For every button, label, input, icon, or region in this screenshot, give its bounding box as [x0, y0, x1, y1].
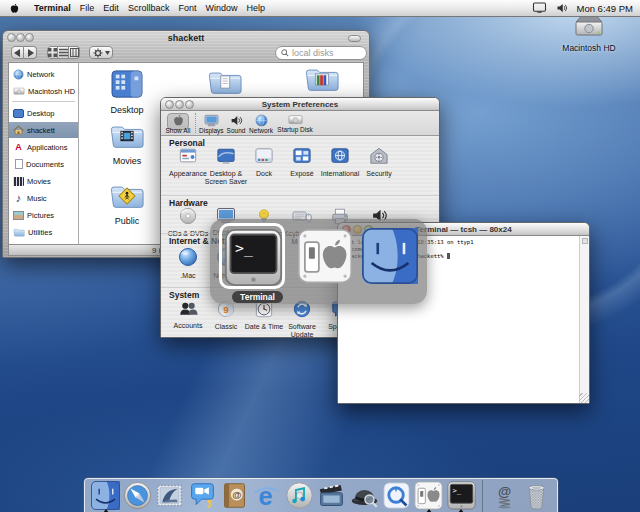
terminal-cursor	[447, 253, 451, 259]
sysprefs-titlebar[interactable]: System Preferences	[161, 98, 439, 111]
dock-ichat[interactable]	[186, 480, 218, 512]
menu-help[interactable]: Help	[246, 3, 265, 13]
cd-icon	[178, 207, 198, 225]
dock-quicktime[interactable]	[380, 480, 412, 512]
search-icon	[281, 49, 289, 57]
dock-internet-explorer[interactable]: e	[251, 480, 283, 512]
sysprefs-toolbar: Show All Displays Sound Network Startup …	[161, 111, 439, 136]
home-icon	[13, 125, 24, 135]
dock-separator	[482, 480, 483, 512]
column-view-button[interactable]	[69, 46, 80, 59]
menu-app-name[interactable]: Terminal	[34, 3, 71, 13]
system-preferences-app-icon[interactable]	[297, 228, 353, 284]
pref-security[interactable]: Security	[357, 147, 401, 178]
menu-clock[interactable]: Mon 6:49 PM	[577, 3, 634, 14]
sysprefs-window-title: System Preferences	[161, 100, 439, 109]
svg-text:@: @	[232, 489, 241, 500]
finder-app-icon[interactable]	[362, 228, 418, 284]
gear-icon	[93, 48, 103, 58]
terminal-resize-grip[interactable]	[579, 393, 589, 403]
file-documents[interactable]	[190, 69, 260, 100]
toolbar-divider	[195, 113, 196, 133]
search-field[interactable]: local disks	[275, 46, 367, 60]
toolbar-sound[interactable]: Sound	[225, 114, 247, 134]
back-button[interactable]	[11, 46, 24, 59]
view-mode-buttons	[47, 46, 80, 60]
displays-menu-icon[interactable]	[532, 2, 547, 14]
address-book-icon: @	[220, 481, 249, 510]
dock-terminal[interactable]	[445, 480, 477, 512]
appearance-icon	[177, 147, 199, 165]
chevron-down-icon	[105, 51, 110, 55]
finder-window-title: shackett	[3, 33, 369, 43]
dock-sherlock[interactable]	[348, 480, 380, 512]
volume-menu-icon[interactable]	[556, 2, 568, 14]
file-movies[interactable]: Movies	[92, 123, 162, 166]
terminal-app-icon[interactable]	[224, 228, 283, 287]
dock-trash[interactable]	[521, 480, 553, 512]
toolbar-displays[interactable]: Displays	[199, 114, 223, 134]
menu-edit[interactable]: Edit	[103, 3, 119, 13]
dock-address-book[interactable]: @	[218, 480, 250, 512]
dock-itunes[interactable]	[283, 480, 315, 512]
dock-web-link[interactable]: @	[488, 480, 520, 512]
sidebar-item-pictures[interactable]: Pictures	[9, 207, 78, 223]
resize-grip[interactable]	[35, 247, 49, 255]
sidebar-item-network[interactable]: Network	[9, 66, 78, 82]
section-divider	[161, 195, 439, 196]
dock: @ e @	[84, 478, 558, 512]
action-menu-button[interactable]	[89, 46, 113, 59]
internet-explorer-icon: e	[252, 481, 281, 510]
menu-file[interactable]: File	[80, 3, 95, 13]
sidebar-item-movies[interactable]: Movies	[9, 173, 78, 189]
safari-icon	[123, 481, 152, 510]
toolbar-startup-disk[interactable]: Startup Disk	[275, 114, 315, 133]
sidebar-item-shackett[interactable]: shackett	[9, 122, 78, 138]
show-all-button[interactable]: Show All	[165, 114, 191, 134]
movies-icon	[13, 177, 24, 186]
displays-icon	[204, 114, 219, 127]
international-icon	[329, 147, 351, 165]
list-view-button[interactable]	[58, 46, 69, 59]
pref-international[interactable]: International	[318, 147, 362, 178]
ichat-icon	[188, 481, 217, 510]
forward-button[interactable]	[24, 46, 37, 59]
sidebar-item-desktop[interactable]: Desktop	[9, 105, 78, 121]
dock-finder[interactable]	[89, 480, 121, 512]
sidebar-item-utilities[interactable]: Utilities	[9, 224, 78, 240]
sidebar-item-applications[interactable]: AApplications	[9, 139, 78, 155]
menu-scrollback[interactable]: Scrollback	[128, 3, 170, 13]
desktop-icon-macintosh-hd[interactable]: Macintosh HD	[558, 14, 620, 53]
network-icon	[255, 114, 268, 127]
mail-icon	[155, 481, 184, 510]
toolbar-toggle-button[interactable]	[348, 35, 361, 42]
menu-window[interactable]: Window	[205, 3, 237, 13]
menu-font[interactable]: Font	[178, 3, 196, 13]
file-public[interactable]: Public	[92, 183, 162, 226]
search-placeholder: local disks	[292, 48, 334, 58]
list-view-icon	[59, 48, 68, 57]
action-menu-wrap	[89, 46, 113, 60]
dock-system-preferences[interactable]	[413, 480, 445, 512]
sidebar-item-documents[interactable]: Documents	[9, 156, 78, 172]
apple-menu-icon[interactable]	[9, 2, 20, 15]
svg-text:@: @	[498, 484, 511, 499]
dock-mail[interactable]	[154, 480, 186, 512]
dock-safari[interactable]	[121, 480, 153, 512]
app-switcher-label: Terminal	[232, 291, 283, 303]
icon-view-icon	[48, 48, 57, 57]
toolbar-network[interactable]: Network	[249, 114, 273, 134]
finder-titlebar[interactable]: shackett	[3, 31, 369, 44]
system-preferences-icon	[414, 481, 443, 510]
file-desktop[interactable]: Desktop	[92, 69, 162, 115]
finder-sidebar: Network Macintosh HD Desktop shackett AA…	[8, 62, 78, 245]
icon-view-button[interactable]	[47, 46, 58, 59]
show-all-icon	[172, 114, 185, 127]
menu-bar: Terminal File Edit Scrollback Font Windo…	[0, 0, 640, 17]
sidebar-item-music[interactable]: ♪Music	[9, 190, 78, 206]
terminal-scrollbar[interactable]	[579, 236, 589, 403]
sidebar-item-macintosh-hd[interactable]: Macintosh HD	[9, 83, 78, 99]
dock-imovie[interactable]	[316, 480, 348, 512]
app-switcher-overlay: Terminal	[210, 219, 427, 304]
file-library[interactable]	[287, 66, 357, 97]
